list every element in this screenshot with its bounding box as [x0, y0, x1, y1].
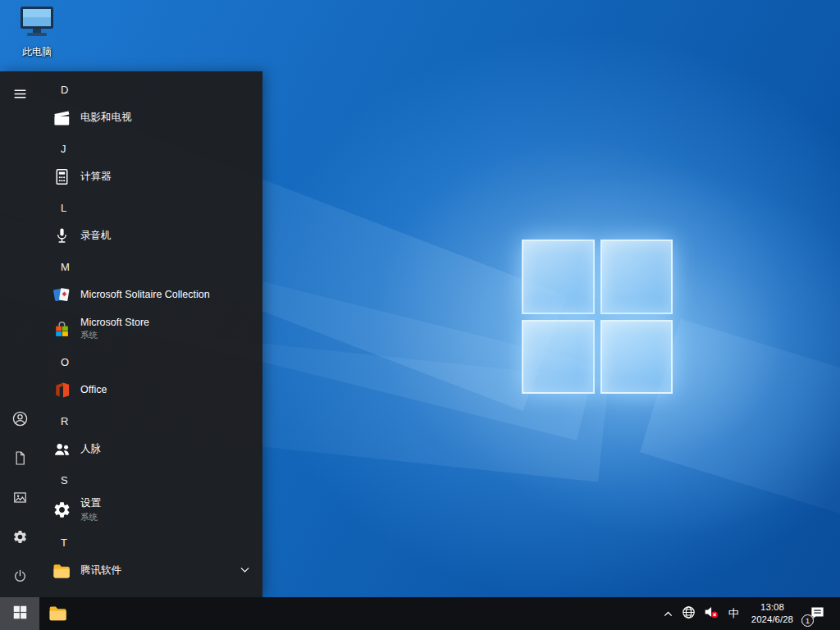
folder-icon — [48, 602, 68, 626]
section-l: L 录音机 — [39, 196, 262, 252]
settings-button[interactable] — [0, 518, 39, 558]
app-label: Office — [80, 384, 107, 395]
section-letter[interactable]: M — [39, 255, 262, 278]
people-icon — [51, 438, 72, 459]
desktop-icon-this-pc[interactable]: 此电脑 — [10, 5, 64, 59]
section-o: O Office — [39, 350, 262, 406]
section-j: J 计算器 — [39, 137, 262, 193]
section-letter[interactable]: O — [39, 350, 262, 373]
section-letter[interactable]: T — [39, 531, 262, 554]
app-settings[interactable]: 设置 系统 — [39, 491, 262, 527]
notification-badge: 1 — [801, 614, 814, 627]
office-icon — [51, 379, 72, 400]
app-sublabel: 系统 — [80, 512, 101, 523]
store-bag-icon — [51, 318, 72, 340]
chevron-up-icon — [663, 606, 673, 621]
microphone-icon — [51, 225, 72, 246]
app-voice-recorder[interactable]: 录音机 — [39, 219, 262, 252]
section-letter[interactable]: W — [39, 590, 262, 597]
volume-button[interactable] — [700, 597, 723, 630]
section-s: S 设置 系统 — [39, 468, 262, 527]
logo-pane — [522, 240, 595, 314]
clock-time: 13:08 — [760, 601, 784, 614]
computer-icon — [18, 5, 56, 43]
clock-date: 2024/6/28 — [751, 614, 793, 626]
pictures-icon — [12, 490, 28, 509]
rail-spacer — [0, 115, 39, 400]
power-button[interactable] — [0, 558, 39, 597]
action-center-button[interactable]: 1 — [800, 597, 833, 630]
app-sublabel: 系统 — [80, 330, 149, 341]
account-button[interactable] — [0, 400, 39, 440]
hamburger-icon — [13, 87, 27, 104]
taskbar-clock[interactable]: 13:08 2024/6/28 — [745, 597, 800, 630]
taskbar: 中 13:08 2024/6/28 1 — [0, 597, 840, 630]
app-movies-tv[interactable]: 电影和电视 — [39, 101, 262, 134]
network-button[interactable] — [678, 597, 700, 630]
app-label: 电影和电视 — [80, 111, 132, 125]
windows-logo-icon — [13, 605, 27, 623]
app-label: Microsoft Store — [80, 317, 149, 328]
app-office[interactable]: Office — [39, 373, 262, 406]
globe-icon — [682, 605, 696, 623]
app-label: 腾讯软件 — [80, 564, 121, 578]
logo-pane — [522, 320, 595, 395]
section-letter[interactable]: L — [39, 196, 262, 219]
section-t: T 腾讯软件 — [39, 531, 262, 587]
app-calculator[interactable]: 计算器 — [39, 160, 262, 193]
start-menu: D 电影和电视 J — [0, 71, 262, 597]
section-letter[interactable]: S — [39, 468, 262, 491]
solitaire-cards-icon — [51, 284, 72, 305]
system-tray: 中 13:08 2024/6/28 1 — [659, 597, 840, 630]
speaker-muted-icon — [704, 605, 719, 623]
app-folder-tencent[interactable]: 腾讯软件 — [39, 554, 262, 587]
section-letter[interactable]: J — [39, 137, 262, 160]
documents-button[interactable] — [0, 440, 39, 479]
app-label: 计算器 — [80, 170, 112, 184]
document-icon — [12, 450, 28, 469]
power-icon — [12, 568, 28, 587]
movies-tv-icon — [51, 107, 72, 128]
section-m: M Microsoft Solitaire Collection — [39, 255, 262, 347]
section-d: D 电影和电视 — [39, 78, 262, 134]
section-w: W — [39, 590, 262, 597]
app-solitaire[interactable]: Microsoft Solitaire Collection — [39, 278, 262, 311]
app-label: 设置 — [80, 496, 101, 510]
section-letter[interactable]: R — [39, 409, 262, 432]
logo-pane — [600, 240, 673, 314]
app-people[interactable]: 人脉 — [39, 432, 262, 465]
folder-icon — [51, 559, 72, 581]
logo-pane — [600, 320, 673, 395]
app-label: 人脉 — [80, 442, 101, 456]
windows-wallpaper-logo — [522, 240, 673, 394]
app-microsoft-store[interactable]: Microsoft Store 系统 — [39, 311, 262, 347]
desktop-icon-label: 此电脑 — [22, 45, 52, 59]
app-label: Microsoft Solitaire Collection — [80, 289, 210, 300]
start-app-list: D 电影和电视 J — [39, 71, 262, 597]
start-button[interactable] — [0, 597, 39, 630]
expand-menu-button[interactable] — [0, 75, 39, 115]
section-letter[interactable]: D — [39, 78, 262, 101]
chevron-down-icon — [240, 567, 249, 573]
gear-icon — [12, 529, 28, 548]
pictures-button[interactable] — [0, 479, 39, 518]
tray-overflow-button[interactable] — [659, 597, 678, 630]
start-menu-rail — [0, 71, 39, 597]
ime-indicator[interactable]: 中 — [723, 597, 745, 630]
file-explorer-button[interactable] — [39, 597, 75, 630]
calculator-icon — [51, 166, 72, 187]
app-label: 录音机 — [80, 229, 112, 243]
section-r: R 人脉 — [39, 409, 262, 465]
user-icon — [11, 410, 29, 431]
gear-icon — [51, 499, 72, 520]
